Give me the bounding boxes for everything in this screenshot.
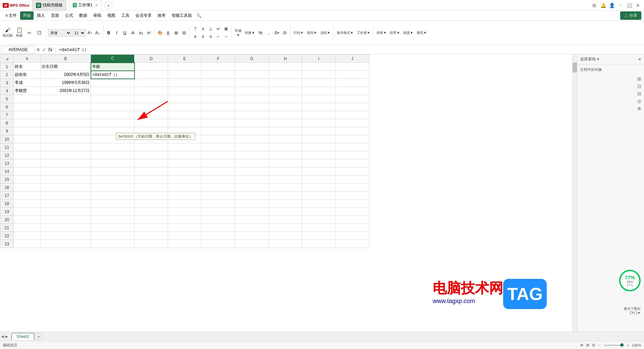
border-button[interactable]: ⊞	[172, 29, 180, 37]
cell-j1[interactable]	[336, 63, 369, 71]
strikethrough-button[interactable]: A	[129, 29, 137, 37]
cell-h23[interactable]	[269, 240, 302, 248]
cell-f16[interactable]	[202, 184, 235, 192]
menu-ai-tools[interactable]: 智能工具箱	[169, 11, 195, 20]
menu-home[interactable]: 开始	[20, 11, 34, 20]
cell-i18[interactable]	[302, 200, 336, 208]
cell-f8[interactable]	[202, 119, 235, 127]
row-header-12[interactable]: 12	[0, 151, 14, 159]
cell-f19[interactable]	[202, 208, 235, 216]
cell-d17[interactable]	[135, 192, 168, 200]
row-header-4[interactable]: 4	[0, 87, 14, 95]
sheet-tab-1[interactable]: Sheet1	[11, 333, 34, 340]
row-header-11[interactable]: 11	[0, 143, 14, 151]
cell-d19[interactable]	[135, 208, 168, 216]
cell-h22[interactable]	[269, 232, 302, 240]
cell-f17[interactable]	[202, 192, 235, 200]
align-top-button[interactable]: ⊤	[192, 25, 199, 33]
cell-c22[interactable]	[91, 232, 135, 240]
cell-f23[interactable]	[202, 240, 235, 248]
cell-f7[interactable]	[202, 111, 235, 119]
cell-i20[interactable]	[302, 216, 336, 224]
cell-d16[interactable]	[135, 184, 168, 192]
cell-j18[interactable]	[336, 200, 369, 208]
cell-d20[interactable]	[135, 216, 168, 224]
cell-j21[interactable]	[336, 224, 369, 232]
fill-button[interactable]: 填充▼	[306, 30, 318, 36]
cell-h1[interactable]	[269, 63, 302, 71]
cell-c4[interactable]	[91, 87, 135, 95]
row-header-5[interactable]: 5	[0, 95, 14, 103]
cell-c13[interactable]	[91, 159, 135, 167]
add-tab-button[interactable]: +	[104, 1, 112, 9]
row-header-19[interactable]: 19	[0, 208, 14, 216]
tab-workbook[interactable]: S 工作簿1 ✕	[69, 0, 102, 11]
sheet-nav-next[interactable]: ▶	[5, 335, 8, 338]
cell-i21[interactable]	[302, 224, 336, 232]
cell-h12[interactable]	[269, 151, 302, 159]
col-header-h[interactable]: H	[269, 55, 302, 63]
menu-efficiency[interactable]: 效率	[155, 11, 168, 20]
indent-dec-button[interactable]: ←	[215, 33, 222, 40]
col-header-f[interactable]: F	[202, 55, 235, 63]
row-header-1[interactable]: 1	[0, 63, 14, 71]
cut-button[interactable]: ✂	[25, 30, 34, 36]
cell-a5[interactable]	[14, 95, 41, 103]
wrap-text-button[interactable]: ↩	[215, 25, 222, 33]
cell-h6[interactable]	[269, 103, 302, 111]
cell-h21[interactable]	[269, 224, 302, 232]
align-left-button[interactable]: ≡	[192, 33, 199, 40]
sort-button[interactable]: 排序▼	[388, 30, 401, 36]
cell-f11[interactable]	[202, 143, 235, 151]
cell-a12[interactable]	[14, 151, 41, 159]
find-button[interactable]: 查找▼	[415, 30, 428, 36]
cell-i8[interactable]	[302, 119, 336, 127]
cell-i3[interactable]	[302, 79, 336, 87]
cell-g12[interactable]	[235, 151, 269, 159]
cell-b3[interactable]: 1999年5月30日	[41, 79, 91, 87]
sidebar-toggle-button[interactable]: ⊞	[591, 2, 598, 9]
cell-c8[interactable]	[91, 119, 135, 127]
panel-icon-4[interactable]: ◎	[637, 98, 641, 104]
sum-button[interactable]: 求和▼	[375, 30, 388, 36]
italic-button[interactable]: I	[113, 29, 120, 37]
cell-f2[interactable]	[202, 71, 235, 79]
number-format-button[interactable]: 常规 ▼	[233, 28, 243, 38]
cell-b19[interactable]	[41, 208, 91, 216]
view-page-icon[interactable]: ⊟	[592, 343, 595, 347]
cell-d22[interactable]	[135, 232, 168, 240]
menu-file[interactable]: ≡ 文件	[3, 11, 19, 20]
work-table-button[interactable]: 工作表▼	[356, 30, 372, 36]
panel-icon-1[interactable]: ⊞	[637, 76, 641, 82]
cell-j2[interactable]	[336, 71, 369, 79]
menu-formula[interactable]: 公式	[62, 11, 76, 20]
font-color-button[interactable]: A	[164, 29, 172, 37]
cell-b14[interactable]	[41, 167, 91, 176]
cell-d6[interactable]	[135, 103, 168, 111]
row-header-14[interactable]: 14	[0, 167, 14, 176]
cell-c23[interactable]	[91, 240, 135, 248]
cell-b9[interactable]	[41, 127, 91, 135]
cell-e5[interactable]	[168, 95, 202, 103]
cell-f13[interactable]	[202, 159, 235, 167]
cell-i15[interactable]	[302, 176, 336, 184]
bold-button[interactable]: B	[105, 29, 112, 37]
cell-a15[interactable]	[14, 176, 41, 184]
cell-i11[interactable]	[302, 143, 336, 151]
col-header-i[interactable]: I	[302, 55, 336, 63]
cell-h10[interactable]	[269, 135, 302, 143]
cell-a19[interactable]	[14, 208, 41, 216]
col-header-j[interactable]: J	[336, 55, 369, 63]
decimal-inc-button[interactable]: .0+	[273, 29, 280, 37]
cell-h16[interactable]	[269, 184, 302, 192]
cell-e18[interactable]	[168, 200, 202, 208]
align-middle-button[interactable]: ≡	[199, 25, 207, 33]
cell-f1[interactable]	[202, 63, 235, 71]
cell-h8[interactable]	[269, 119, 302, 127]
cell-d5[interactable]	[135, 95, 168, 103]
cell-j17[interactable]	[336, 192, 369, 200]
font-name-select[interactable]: 宋体	[48, 29, 71, 37]
tab-templates[interactable]: 找 找稿壳模板	[32, 0, 66, 11]
cell-i12[interactable]	[302, 151, 336, 159]
cell-c16[interactable]	[91, 184, 135, 192]
